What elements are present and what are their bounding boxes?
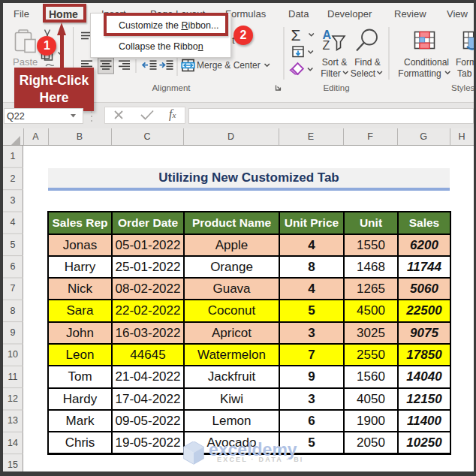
svg-text:Z: Z — [323, 39, 330, 52]
svg-text:Σ: Σ — [291, 26, 301, 44]
